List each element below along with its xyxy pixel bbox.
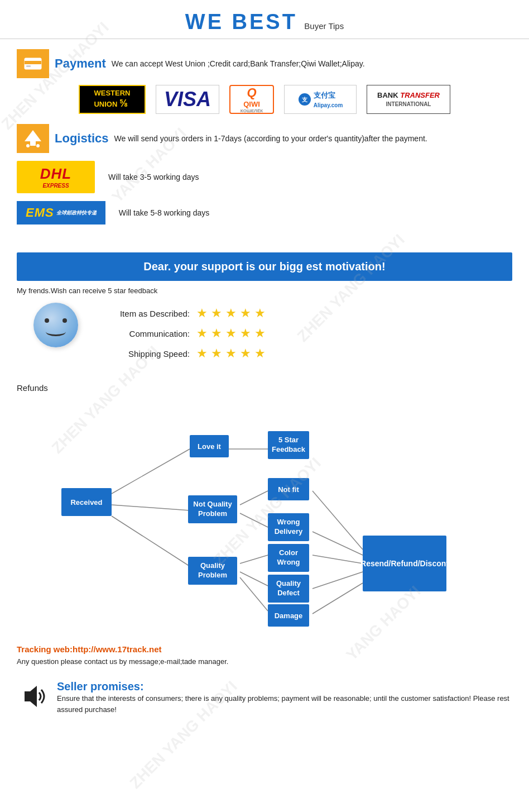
tracking-section: Tracking web:http://www.17track.net Any … [0, 639, 529, 671]
flow-wrong-delivery: Wrong Delivery [268, 513, 309, 541]
svg-point-7 [26, 144, 30, 147]
bank-transfer-logo: BANK TRANSFERINTERNATIONAL [367, 85, 450, 114]
payment-label: Payment [55, 56, 106, 71]
svg-line-18 [312, 491, 363, 550]
svg-line-9 [112, 449, 190, 494]
stars-label-shipping: Shipping Speed: [95, 349, 190, 359]
stars-table: Item as Described: ★ ★ ★ ★ ★ Communicati… [33, 303, 512, 361]
flow-love-it: Love it [190, 435, 229, 457]
svg-line-22 [312, 583, 363, 614]
stars-row-described: Item as Described: ★ ★ ★ ★ ★ [95, 306, 266, 321]
svg-line-17 [240, 577, 268, 611]
tracking-url: Tracking web:http://www.17track.net [17, 644, 512, 654]
stars-icons-communication: ★ ★ ★ ★ ★ [196, 326, 266, 341]
stars-icons-described: ★ ★ ★ ★ ★ [196, 306, 266, 321]
flow-color-wrong: Color Wrong [268, 544, 309, 572]
flow-diagram: Received Love it 5 Star Feedback Not Qua… [28, 393, 508, 633]
flow-five-star: 5 Star Feedback [268, 431, 309, 459]
header-subtitle: Buyer Tips [304, 21, 344, 31]
svg-point-8 [36, 144, 40, 147]
svg-marker-23 [25, 686, 37, 707]
svg-marker-5 [25, 130, 41, 141]
header-title: WE BEST [185, 10, 297, 34]
flow-damage: Damage [268, 604, 309, 627]
logistics-desc: We will send yours orders in 1-7days (ac… [114, 134, 427, 143]
promises-content: Seller promises: Ensure that the interes… [57, 680, 512, 715]
star-5: ★ [254, 326, 266, 341]
star-3: ★ [225, 306, 237, 321]
payment-section: Payment We can accept West Union ;Credit… [0, 49, 529, 124]
smiley-mouth [46, 327, 66, 336]
smiley-eye-left [45, 318, 49, 323]
svg-rect-2 [26, 65, 31, 67]
ems-row: EMS 全球邮政特快专递 Will take 5-8 working days [17, 201, 512, 225]
visa-logo: VISA [156, 85, 219, 114]
promises-title: Seller promises: [57, 680, 512, 693]
promises-section: Seller promises: Ensure that the interes… [0, 671, 529, 726]
star-1: ★ [196, 306, 208, 321]
stars-label-communication: Communication: [95, 329, 190, 338]
stars-row-communication: Communication: ★ ★ ★ ★ ★ [95, 326, 266, 341]
stars-rows: Item as Described: ★ ★ ★ ★ ★ Communicati… [95, 306, 266, 361]
star-4: ★ [240, 326, 251, 341]
western-union-logo: WESTERNUNION ⅝ [79, 85, 146, 114]
svg-line-19 [312, 532, 363, 555]
feedback-note: My frends.Wish can receive 5 star feedba… [17, 286, 512, 295]
star-2: ★ [211, 306, 222, 321]
feedback-banner: Dear. your support is our bigg est motiv… [17, 252, 512, 281]
refunds-section: Refunds [0, 372, 529, 639]
svg-line-16 [240, 572, 268, 586]
stars-icons-shipping: ★ ★ ★ ★ ★ [196, 346, 266, 361]
dhl-days: Will take 3-5 working days [108, 173, 199, 181]
promises-text: Ensure that the interests of consumers; … [57, 693, 512, 715]
dhl-logo: DHL EXPRESS [17, 161, 95, 193]
star-5: ★ [254, 306, 266, 321]
svg-line-20 [312, 555, 363, 563]
dhl-row: DHL EXPRESS Will take 3-5 working days [17, 161, 512, 193]
logistics-section: Logistics We will send yours orders in 1… [0, 124, 529, 242]
star-4: ★ [240, 346, 251, 361]
qiwi-logo: Q QIWI КОШЕЛЁК [229, 85, 274, 114]
speaker-icon [17, 680, 49, 713]
smiley-face [33, 303, 78, 347]
svg-line-12 [240, 491, 268, 505]
stars-row-shipping: Shipping Speed: ★ ★ ★ ★ ★ [95, 346, 266, 361]
flow-resend: Resend/Refund/Discont [363, 536, 446, 591]
tracking-note: Any question please contact us by messag… [17, 657, 512, 666]
flow-not-quality: Not Quality Problem [188, 495, 237, 523]
logistics-label: Logistics [55, 131, 109, 146]
payment-logos: WESTERNUNION ⅝ VISA Q QIWI КОШЕЛЁК 支 支付宝… [17, 85, 512, 114]
page-header: WE BEST Buyer Tips [0, 0, 529, 39]
alipay-logo: 支 支付宝Alipay.com [284, 85, 357, 114]
payment-desc: We can accept West Union ;Credit card;Ba… [112, 59, 365, 68]
svg-line-13 [240, 513, 268, 527]
ems-days: Will take 5-8 working days [119, 208, 210, 217]
flow-received: Received [61, 488, 112, 516]
svg-rect-1 [25, 61, 41, 64]
star-3: ★ [225, 346, 237, 361]
svg-line-11 [112, 505, 190, 510]
smiley-eyes [45, 318, 67, 323]
star-4: ★ [240, 306, 251, 321]
svg-line-15 [240, 555, 268, 563]
ems-logo: EMS 全球邮政特快专递 [17, 201, 105, 225]
flow-quality-defect: Quality Defect [268, 575, 309, 603]
flow-quality-problem: Quality Problem [188, 557, 237, 585]
star-3: ★ [225, 326, 237, 341]
star-2: ★ [211, 346, 222, 361]
payment-icon [17, 49, 49, 78]
feedback-section: My frends.Wish can receive 5 star feedba… [0, 286, 529, 372]
svg-line-14 [112, 516, 190, 566]
svg-rect-6 [30, 141, 36, 146]
logistics-icon [17, 124, 49, 153]
refunds-title: Refunds [17, 383, 48, 393]
star-2: ★ [211, 326, 222, 341]
svg-line-21 [312, 572, 363, 589]
smiley-eye-right [62, 318, 67, 323]
star-1: ★ [196, 346, 208, 361]
stars-label-described: Item as Described: [95, 309, 190, 318]
star-1: ★ [196, 326, 208, 341]
flow-not-fit: Not fit [268, 478, 309, 500]
star-5: ★ [254, 346, 266, 361]
svg-text:支: 支 [301, 97, 308, 103]
